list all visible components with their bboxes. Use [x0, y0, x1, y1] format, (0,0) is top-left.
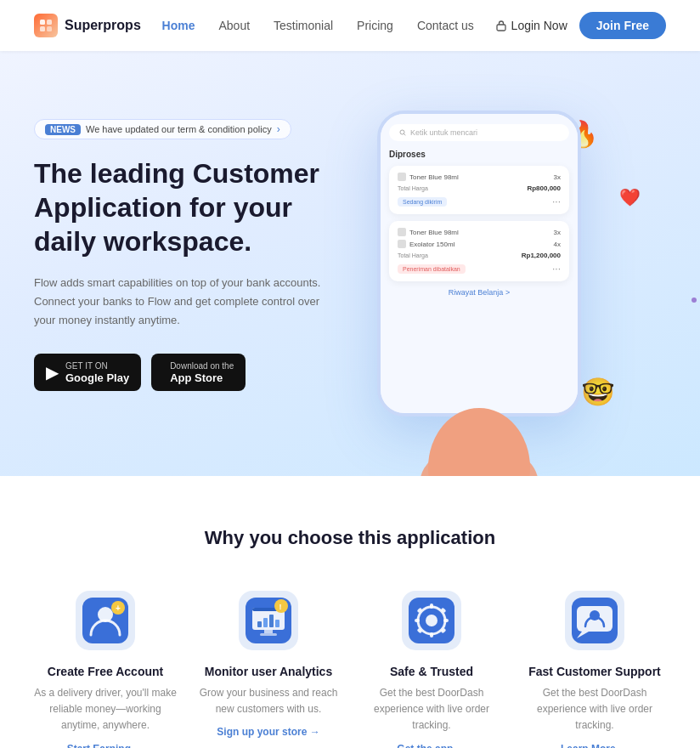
nav-contact[interactable]: Contact us [417, 19, 474, 32]
brand: Superprops [34, 14, 141, 37]
svg-rect-3 [47, 26, 52, 31]
brand-name: Superprops [65, 18, 141, 33]
svg-rect-22 [257, 621, 262, 627]
phone-card-1: Toner Blue 98ml 3x Total Harga Rp800,000… [389, 166, 569, 214]
analytics-icon: ! [238, 590, 299, 651]
hero-title: The leading Customer Application for you… [34, 156, 326, 258]
app-store-sub: Download on the [170, 360, 234, 371]
feature-3-desc: Get the best DoorDash experience with li… [360, 685, 503, 734]
feature-support: Fast Customer Support Get the best DoorD… [523, 590, 666, 748]
svg-rect-21 [260, 633, 277, 636]
svg-point-8 [428, 408, 530, 476]
svg-rect-0 [40, 20, 45, 25]
feature-2-title: Monitor user Analytics [205, 665, 332, 678]
feature-1-link[interactable]: Start Earning → [67, 743, 144, 748]
login-button[interactable]: Login Now [495, 19, 567, 32]
google-play-sub: GET IT ON [65, 360, 129, 371]
svg-rect-24 [269, 615, 274, 627]
svg-text:!: ! [279, 603, 282, 611]
phone-item-3: Exolator 150ml 4x [398, 240, 561, 248]
svg-rect-2 [40, 26, 45, 31]
feature-analytics: ! Monitor user Analytics Grow your busin… [197, 590, 340, 748]
support-icon [564, 590, 625, 651]
nav-home[interactable]: Home [162, 19, 195, 32]
google-play-button[interactable]: ▶ GET IT ON Google Play [34, 354, 141, 391]
google-play-label: Google Play [65, 371, 129, 384]
nav-testimonial[interactable]: Testimonial [274, 19, 333, 32]
feature-4-desc: Get the best DoorDash experience with li… [523, 685, 666, 734]
safe-icon [401, 590, 462, 651]
nav-actions: Login Now Join Free [495, 12, 666, 39]
feature-3-link[interactable]: Get the app → [397, 743, 466, 748]
svg-text:+: + [116, 604, 121, 613]
phone-search-bar: Ketik untuk mencari [389, 124, 569, 141]
features-grid: + Create Free Account As a delivery driv… [34, 590, 666, 748]
svg-rect-1 [47, 20, 52, 25]
svg-rect-32 [430, 604, 433, 609]
nav-about[interactable]: About [218, 19, 250, 32]
app-buttons: ▶ GET IT ON Google Play Download on the … [34, 354, 326, 391]
feature-safe: Safe & Trusted Get the best DoorDash exp… [360, 590, 503, 748]
navbar: Superprops Home About Testimonial Pricin… [0, 0, 700, 51]
svg-point-31 [426, 615, 438, 626]
feature-4-link[interactable]: Learn More → [561, 743, 629, 748]
dot-purple [692, 298, 697, 303]
news-text: We have updated our term & condition pol… [86, 124, 272, 134]
svg-rect-20 [264, 630, 273, 633]
news-arrow-icon: › [277, 123, 280, 135]
feature-4-title: Fast Customer Support [528, 665, 661, 678]
svg-rect-4 [497, 25, 505, 31]
features-title: Why you choose this application [34, 527, 666, 549]
hero-section: NEWS We have updated our term & conditio… [0, 51, 700, 476]
lock-icon [495, 20, 507, 31]
app-store-button[interactable]: Download on the App Store [151, 354, 246, 391]
features-section: Why you choose this application + Create… [0, 476, 700, 748]
app-store-label: App Store [170, 371, 234, 384]
news-tag: NEWS [45, 124, 81, 135]
svg-rect-34 [415, 619, 420, 622]
svg-rect-35 [443, 619, 449, 622]
phone-item-1: Toner Blue 98ml 3x [398, 173, 561, 181]
phone-item-2: Toner Blue 98ml 3x [398, 228, 561, 236]
create-account-icon: + [75, 590, 136, 651]
svg-rect-33 [430, 632, 433, 638]
google-play-icon: ▶ [46, 362, 59, 382]
svg-point-44 [590, 610, 600, 620]
feature-2-link[interactable]: Sign up your store → [217, 726, 319, 738]
nav-links: Home About Testimonial Pricing Contact u… [162, 19, 474, 32]
hero-visual: 🔥 ❤️ 😎 ❤️ 🤓 Ketik untuk mencari Diproses [326, 102, 666, 476]
svg-line-6 [404, 134, 406, 136]
svg-rect-25 [275, 620, 279, 627]
hero-description: Flow adds smart capabilities on top of y… [34, 274, 326, 330]
feature-1-title: Create Free Account [48, 665, 163, 678]
feature-3-title: Safe & Trusted [390, 665, 473, 678]
brand-logo [34, 14, 58, 37]
news-badge[interactable]: NEWS We have updated our term & conditio… [34, 119, 291, 139]
join-button[interactable]: Join Free [579, 12, 666, 39]
feature-create-account: + Create Free Account As a delivery driv… [34, 590, 177, 748]
phone-mockup: Ketik untuk mencari Diproses Toner Blue … [360, 110, 598, 416]
phone-card-2: Toner Blue 98ml 3x Exolator 150ml 4x [389, 221, 569, 281]
hero-content: NEWS We have updated our term & conditio… [34, 102, 326, 391]
feature-1-desc: As a delivery driver, you'll make reliab… [34, 685, 177, 734]
nav-pricing[interactable]: Pricing [357, 19, 393, 32]
feature-2-desc: Grow your business and reach new custome… [197, 685, 340, 717]
svg-rect-23 [263, 618, 268, 627]
heart-emoji-right: ❤️ [619, 187, 641, 207]
